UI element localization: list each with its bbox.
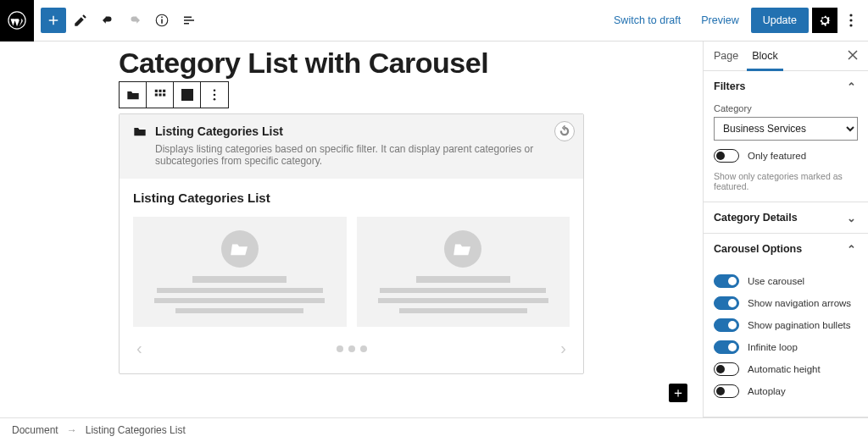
folder-icon [133, 125, 147, 137]
carousel-option-row: Infinite loop [714, 340, 858, 354]
svg-rect-2 [161, 19, 163, 24]
list-view-icon [181, 13, 197, 28]
svg-rect-7 [154, 90, 157, 92]
block-header-description: Displays listing categories based on spe… [155, 143, 570, 167]
sidebar-tabs: Page Block [704, 41, 868, 71]
workspace: Category List with Carousel Listing Cate… [0, 41, 868, 417]
block-type-button[interactable] [120, 82, 147, 108]
infinite_loop-label: Infinite loop [748, 342, 798, 352]
folder-icon [126, 89, 140, 101]
block-more-button[interactable] [201, 82, 228, 108]
carousel-next-arrow[interactable]: › [560, 339, 566, 358]
layout-grid-button[interactable] [147, 82, 174, 108]
use_carousel-toggle[interactable] [714, 274, 739, 288]
toolbar-right-group: Switch to draft Preview Update [605, 8, 868, 33]
svg-point-14 [214, 89, 216, 91]
kebab-icon [849, 14, 853, 27]
panel-category-details: Category Details ⌄ [704, 202, 868, 234]
automatic_height-toggle[interactable] [714, 362, 739, 376]
page-title[interactable]: Category List with Carousel [119, 47, 703, 80]
autoplay-toggle[interactable] [714, 384, 739, 398]
settings-button[interactable] [812, 8, 837, 33]
svg-point-16 [214, 98, 216, 101]
toolbar-left-group [34, 8, 202, 33]
preview-cards [133, 217, 570, 327]
breadcrumb-separator-icon: → [67, 424, 77, 436]
carousel-option-row: Automatic height [714, 362, 858, 376]
tab-block[interactable]: Block [745, 41, 785, 70]
breadcrumb-root[interactable]: Document [12, 424, 58, 436]
block-header-title: Listing Categories List [155, 124, 283, 138]
breadcrumb: Document → Listing Categories List [0, 417, 868, 442]
folder-open-icon [221, 230, 259, 268]
redo-button[interactable] [122, 8, 147, 33]
wordpress-icon [8, 11, 26, 30]
svg-rect-8 [159, 90, 161, 92]
show_pagination-toggle[interactable] [714, 318, 739, 332]
carousel-option-row: Show pagination bullets [714, 318, 858, 332]
gear-icon [817, 13, 832, 28]
autoplay-label: Autoplay [748, 386, 786, 396]
panel-category-details-toggle[interactable]: Category Details ⌄ [704, 202, 868, 233]
sidebar-close-button[interactable] [841, 43, 865, 69]
block-body-title: Listing Categories List [133, 191, 570, 205]
block-toolbar [119, 81, 229, 108]
svg-rect-11 [159, 93, 161, 96]
panel-carousel-options: Carousel Options ⌃ Use carouselShow navi… [704, 234, 868, 417]
panel-filters: Filters ⌃ Category Business Services Onl… [704, 71, 868, 202]
append-block-button[interactable]: ＋ [669, 384, 687, 402]
editor-canvas: Category List with Carousel Listing Cate… [0, 41, 703, 417]
show_nav_arrows-toggle[interactable] [714, 296, 739, 310]
svg-rect-10 [154, 93, 157, 96]
add-block-button[interactable] [41, 8, 66, 33]
edit-mode-button[interactable] [68, 8, 93, 33]
category-select[interactable]: Business Services [714, 117, 858, 141]
outline-button[interactable] [176, 8, 202, 33]
only-featured-help: Show only categories marked as featured. [714, 171, 858, 191]
carousel-option-row: Use carousel [714, 274, 858, 288]
undo-button[interactable] [95, 8, 120, 33]
only-featured-toggle[interactable] [714, 149, 739, 163]
svg-point-6 [849, 24, 852, 26]
chevron-up-icon: ⌃ [844, 80, 858, 93]
carousel-prev-arrow[interactable]: ‹ [136, 339, 142, 358]
close-icon [848, 50, 858, 60]
preview-card [133, 217, 347, 327]
carousel-option-row: Show navigation arrows [714, 296, 858, 310]
layout-square-button[interactable] [174, 82, 201, 108]
grid-icon [154, 89, 166, 101]
panel-filters-toggle[interactable]: Filters ⌃ [704, 71, 868, 102]
svg-point-15 [214, 94, 216, 97]
kebab-icon [213, 89, 216, 101]
details-button[interactable] [149, 8, 175, 33]
carousel-pagination[interactable] [337, 345, 367, 352]
use_carousel-label: Use carousel [748, 276, 804, 286]
tab-page[interactable]: Page [707, 41, 745, 70]
panel-carousel-toggle[interactable]: Carousel Options ⌃ [704, 234, 868, 264]
more-options-button[interactable] [841, 8, 861, 33]
settings-sidebar: Page Block Filters ⌃ Category Business S… [703, 41, 868, 417]
panel-title: Filters [714, 80, 746, 92]
update-button[interactable]: Update [751, 8, 809, 33]
refresh-icon [559, 125, 570, 137]
svg-point-5 [849, 19, 852, 21]
folder-open-icon [444, 230, 481, 268]
listing-categories-block[interactable]: Listing Categories List Displays listing… [119, 113, 584, 374]
preview-button[interactable]: Preview [693, 9, 747, 31]
refresh-button[interactable] [554, 121, 575, 141]
category-label: Category [714, 103, 858, 113]
only-featured-label: Only featured [748, 151, 806, 161]
svg-point-4 [849, 14, 852, 16]
show_pagination-label: Show pagination bullets [748, 320, 850, 330]
redo-icon [127, 13, 142, 28]
svg-rect-9 [163, 90, 165, 92]
switch-to-draft-button[interactable]: Switch to draft [605, 9, 689, 31]
infinite_loop-toggle[interactable] [714, 340, 739, 354]
svg-rect-3 [161, 17, 163, 19]
chevron-down-icon: ⌄ [844, 211, 858, 224]
plus-icon [46, 13, 61, 28]
chevron-up-icon: ⌃ [844, 242, 858, 256]
wordpress-logo[interactable] [0, 0, 34, 41]
automatic_height-label: Automatic height [748, 364, 821, 374]
breadcrumb-leaf[interactable]: Listing Categories List [86, 424, 186, 436]
